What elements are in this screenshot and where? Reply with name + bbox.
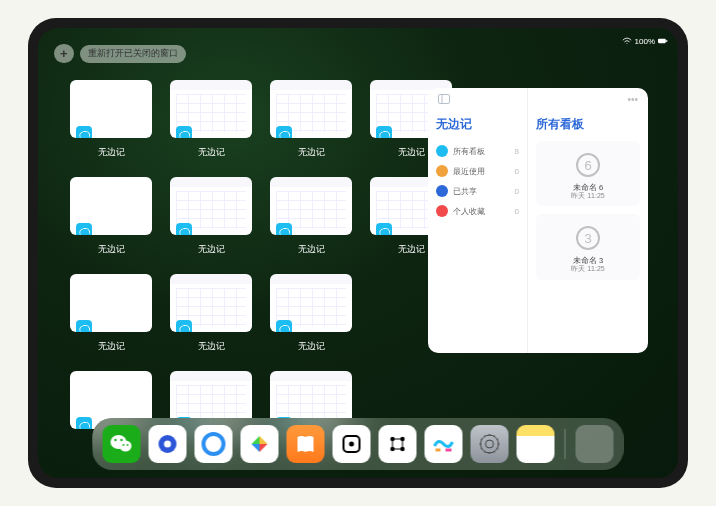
svg-point-10 <box>114 439 116 441</box>
freeform-icon <box>276 223 292 235</box>
freeform-icon <box>76 126 92 138</box>
sidebar-item-3[interactable]: 个人收藏 0 <box>436 201 519 221</box>
freeform-main-window[interactable]: ••• 无边记 所有看板 8 最近使用 0 已共享 0 个人收藏 0 所有看板 … <box>428 88 648 353</box>
board-card[interactable]: 3 未命名 3昨天 11:25 <box>536 214 640 279</box>
sidebar-item-count: 8 <box>515 147 519 156</box>
dock-app-freeform[interactable] <box>425 425 463 463</box>
svg-rect-0 <box>658 39 666 43</box>
ipad-frame: 100% + 重新打开已关闭的窗口 无边记无边记无边记无边记无边记无边记无边记无… <box>28 18 688 488</box>
freeform-icon <box>76 320 92 332</box>
window-label: 无边记 <box>398 146 425 159</box>
freeform-icon <box>176 223 192 235</box>
freeform-icon <box>276 126 292 138</box>
battery-label: 100% <box>635 37 655 46</box>
dock-recent-folder[interactable] <box>576 425 614 463</box>
more-icon[interactable]: ••• <box>627 94 638 105</box>
dock-app-books[interactable] <box>287 425 325 463</box>
window-label: 无边记 <box>198 340 225 353</box>
sidebar-item-1[interactable]: 最近使用 0 <box>436 161 519 181</box>
sidebar-item-2[interactable]: 已共享 0 <box>436 181 519 201</box>
sidebar-item-count: 0 <box>515 167 519 176</box>
dock-app-play[interactable] <box>241 425 279 463</box>
svg-point-12 <box>123 444 125 446</box>
svg-point-13 <box>127 444 129 446</box>
window-label: 无边记 <box>198 243 225 256</box>
dock <box>93 418 624 470</box>
sidebar-item-count: 0 <box>515 207 519 216</box>
app-window[interactable]: 无边记 <box>270 274 352 353</box>
dock-app-dice[interactable] <box>333 425 371 463</box>
window-label: 无边记 <box>298 146 325 159</box>
svg-text:6: 6 <box>584 158 591 173</box>
new-window-button[interactable]: + <box>54 44 74 63</box>
window-label: 无边记 <box>198 146 225 159</box>
app-window[interactable]: 无边记 <box>170 80 252 159</box>
window-thumbnail <box>170 177 252 235</box>
freeform-icon <box>176 320 192 332</box>
sidebar-icon <box>438 94 450 104</box>
window-thumbnail <box>70 80 152 138</box>
battery-icon <box>658 37 668 45</box>
svg-point-11 <box>120 439 122 441</box>
dock-app-wechat[interactable] <box>103 425 141 463</box>
svg-marker-18 <box>260 436 268 444</box>
sidebar-item-label: 所有看板 <box>453 146 485 157</box>
sidebar-title: 无边记 <box>436 116 519 133</box>
window-label: 无边记 <box>298 340 325 353</box>
sidebar-item-icon <box>436 205 448 217</box>
sidebar-item-label: 已共享 <box>453 186 477 197</box>
status-right: 100% <box>622 37 668 46</box>
wifi-icon <box>622 37 632 45</box>
window-thumbnail <box>170 274 252 332</box>
freeform-icon <box>276 320 292 332</box>
sidebar-item-label: 最近使用 <box>453 166 485 177</box>
app-window[interactable]: 无边记 <box>270 177 352 256</box>
board-meta: 未命名 6昨天 11:25 <box>571 183 604 200</box>
sidebar-item-count: 0 <box>515 187 519 196</box>
toolbar: + 重新打开已关闭的窗口 <box>54 44 186 63</box>
app-window[interactable]: 无边记 <box>170 274 252 353</box>
sidebar-item-icon <box>436 165 448 177</box>
board-meta: 未命名 3昨天 11:25 <box>571 256 604 273</box>
app-window[interactable]: 无边记 <box>270 80 352 159</box>
svg-point-32 <box>486 440 494 448</box>
window-thumbnail <box>270 80 352 138</box>
freeform-icon <box>376 126 392 138</box>
window-label: 无边记 <box>98 146 125 159</box>
home-screen: 100% + 重新打开已关闭的窗口 无边记无边记无边记无边记无边记无边记无边记无… <box>38 28 678 478</box>
svg-point-16 <box>204 434 224 454</box>
app-window[interactable]: 无边记 <box>70 274 152 353</box>
dock-app-settings[interactable] <box>471 425 509 463</box>
window-thumbnail <box>170 80 252 138</box>
sidebar-item-0[interactable]: 所有看板 8 <box>436 141 519 161</box>
freeform-icon <box>176 126 192 138</box>
svg-marker-19 <box>260 444 268 452</box>
window-label: 无边记 <box>98 243 125 256</box>
sidebar-item-icon <box>436 145 448 157</box>
sidebar-item-icon <box>436 185 448 197</box>
dock-app-qqbrowser[interactable] <box>195 425 233 463</box>
svg-marker-17 <box>252 436 260 444</box>
app-window[interactable]: 无边记 <box>170 177 252 256</box>
board-card[interactable]: 6 未命名 6昨天 11:25 <box>536 141 640 206</box>
svg-marker-20 <box>252 444 260 452</box>
freeform-icon <box>76 417 92 429</box>
dock-app-quark[interactable] <box>149 425 187 463</box>
window-thumbnail <box>70 177 152 235</box>
app-window[interactable]: 无边记 <box>70 80 152 159</box>
window-label: 无边记 <box>98 340 125 353</box>
dock-app-notes[interactable] <box>517 425 555 463</box>
svg-point-9 <box>120 441 132 452</box>
app-windows-grid: 无边记无边记无边记无边记无边记无边记无边记无边记无边记无边记无边记无边记无边记无… <box>70 80 452 450</box>
window-thumbnail <box>270 177 352 235</box>
board-sketch: 3 <box>568 220 608 256</box>
sidebar: 无边记 所有看板 8 最近使用 0 已共享 0 个人收藏 0 <box>428 88 528 353</box>
board-sketch: 6 <box>568 147 608 183</box>
reopen-closed-window-button[interactable]: 重新打开已关闭的窗口 <box>80 45 186 63</box>
app-window[interactable]: 无边记 <box>70 177 152 256</box>
svg-rect-2 <box>439 95 450 104</box>
dock-app-grid-icon[interactable] <box>379 425 417 463</box>
svg-point-31 <box>481 435 499 453</box>
svg-rect-1 <box>666 40 667 42</box>
svg-text:3: 3 <box>584 231 591 246</box>
